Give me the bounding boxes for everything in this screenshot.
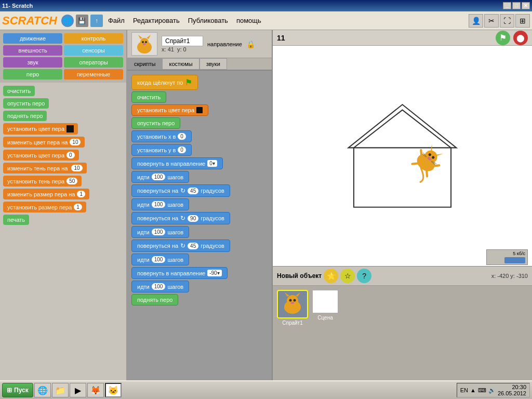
lang-indicator: EN: [460, 387, 468, 393]
sprite-thumb-scene: [312, 290, 338, 313]
stage-header: 11 ⚑ ⬤: [273, 30, 532, 46]
keyboard-icon: ⌨: [478, 387, 486, 394]
stop-button[interactable]: ⬤: [513, 31, 528, 45]
script-set-pen-color[interactable]: установить цвет пера: [131, 104, 208, 116]
taskbar-folder-btn[interactable]: 📁: [52, 383, 69, 397]
green-flag-button[interactable]: ⚑: [496, 31, 510, 45]
svg-line-19: [424, 170, 430, 177]
script-turn-45-1[interactable]: повернуться на ↻ 45 градусов: [131, 184, 230, 197]
share-icon[interactable]: ↑: [90, 15, 103, 27]
tab-scripts[interactable]: скрипты: [127, 58, 162, 70]
network-indicator: 5 кб/с: [486, 249, 528, 265]
stage-bottom: Новый объект ⭐ ☆ ? x: -420 y: -310: [273, 266, 532, 380]
script-point-dir-2[interactable]: повернуть в направление -90▾: [131, 267, 228, 279]
script-turn-45-2[interactable]: повернуться на ↻ 45 градусов: [131, 240, 230, 252]
sprite-item-sprite1[interactable]: Спрайт1: [277, 290, 308, 376]
blocks-panel: движение контроль внешность сенсоры звук…: [0, 30, 127, 380]
volume-icon: 🔊: [488, 387, 496, 394]
coords-display: x: -420 y: -310: [491, 273, 528, 279]
block-pen-down[interactable]: опустить перо: [3, 98, 49, 109]
block-set-pen-shade[interactable]: установить тень пера 50: [3, 176, 82, 187]
block-clear[interactable]: очистить: [3, 86, 35, 96]
block-set-pen-size[interactable]: установить размер пера 1: [3, 202, 86, 212]
block-pen-up[interactable]: поднять перо: [3, 111, 47, 121]
system-tray: EN ▲ ⌨ 🔊 20:30 26.05.2012: [457, 383, 530, 397]
cat-variables[interactable]: переменные: [64, 69, 123, 79]
language-button[interactable]: 🌐: [61, 15, 74, 27]
sprite-label-sprite1: Спрайт1: [282, 320, 303, 326]
block-change-pen-color[interactable]: изменить цвет пера на 10: [3, 137, 85, 148]
script-move-2[interactable]: идти 100 шагов: [131, 198, 189, 210]
svg-marker-3: [147, 35, 151, 39]
svg-point-30: [291, 302, 295, 304]
new-sprite-file-btn[interactable]: ?: [357, 269, 371, 283]
taskbar-firefox-btn[interactable]: 🦊: [87, 383, 104, 397]
script-move-3[interactable]: идти 100 шагов: [131, 226, 189, 238]
taskbar-scratch-btn[interactable]: 🐱: [105, 383, 122, 397]
taskbar-ie-btn[interactable]: 🌐: [34, 383, 51, 397]
sprite-header: Спрайт1 x: 41 y: 0 направление 🔒: [127, 30, 272, 58]
menu-help[interactable]: помощь: [233, 16, 264, 25]
window-controls[interactable]: _ □ ✕: [503, 2, 530, 9]
svg-point-4: [142, 41, 144, 43]
script-move-4[interactable]: идти 100 шагов: [131, 254, 189, 265]
script-move-5[interactable]: идти 100 шагов: [131, 281, 189, 292]
tab-sounds[interactable]: звуки: [200, 58, 227, 70]
script-when-flag[interactable]: когда щёлкнут по ⚑: [131, 75, 198, 90]
new-sprite-paint-btn[interactable]: ⭐: [324, 269, 338, 283]
taskbar-media-btn[interactable]: ▶: [70, 383, 86, 397]
stage-canvas: [273, 46, 532, 266]
svg-marker-8: [349, 104, 457, 148]
toolbar: 👤 ✂ ⛶ ⊞: [469, 14, 530, 28]
cat-operators[interactable]: операторы: [64, 57, 123, 68]
sprite-item-scene[interactable]: Сцена: [312, 290, 338, 376]
lock-icon[interactable]: 🔒: [246, 40, 255, 48]
toolbar-expand-icon[interactable]: ⛶: [500, 14, 514, 28]
cat-pen[interactable]: перо: [3, 69, 62, 79]
toolbar-person-icon[interactable]: 👤: [469, 14, 483, 28]
minimize-button[interactable]: _: [503, 2, 511, 9]
clock-date: 26.05.2012: [498, 390, 526, 396]
start-button[interactable]: ⊞ Пуск: [2, 383, 33, 397]
cat-sensing[interactable]: сенсоры: [64, 45, 123, 56]
stage-number: 11: [277, 34, 285, 42]
network-speed: 5 кб/с: [513, 251, 525, 256]
taskbar: ⊞ Пуск 🌐 📁 ▶ 🦊 🐱 EN ▲ ⌨ 🔊 20:30 26.05.20…: [0, 380, 532, 399]
tab-costumes[interactable]: костюмы: [162, 58, 199, 70]
menu-edit[interactable]: Редактировать: [130, 16, 183, 25]
block-change-pen-size[interactable]: изменить размер пера на 1: [3, 189, 89, 200]
maximize-button[interactable]: □: [512, 2, 521, 9]
scripts-area: когда щёлкнут по ⚑ очистить установить ц…: [127, 71, 272, 380]
toolbar-scissors-icon[interactable]: ✂: [484, 14, 499, 28]
script-pen-up[interactable]: поднять перо: [131, 294, 178, 305]
script-set-y[interactable]: установить у в 0: [131, 144, 192, 156]
script-pen-down[interactable]: опустить перо: [131, 117, 180, 129]
new-sprite-random-btn[interactable]: ☆: [340, 269, 355, 283]
stage-panel: 11 ⚑ ⬤: [273, 30, 532, 380]
close-button[interactable]: ✕: [522, 2, 530, 9]
cat-sound[interactable]: звук: [3, 57, 62, 68]
block-set-pen-color[interactable]: установить цвет пера: [3, 123, 78, 135]
script-set-x[interactable]: установить х в 0: [131, 130, 192, 142]
cat-control[interactable]: контроль: [64, 33, 123, 44]
start-label: Пуск: [14, 387, 29, 394]
stage-controls: ⚑ ⬤: [496, 31, 528, 45]
script-turn-90[interactable]: повернуться на ↻ 90 градусов: [131, 212, 230, 224]
save-icon[interactable]: 💾: [76, 15, 88, 27]
cat-motion[interactable]: движение: [3, 33, 62, 44]
script-clear[interactable]: очистить: [131, 91, 166, 103]
menu-publish[interactable]: Публиковать: [185, 16, 231, 25]
toolbar-grid-icon[interactable]: ⊞: [515, 14, 530, 28]
script-point-dir-1[interactable]: повернуть в направление 0▾: [131, 157, 223, 169]
arrow-up: ▲: [470, 387, 476, 393]
svg-point-25: [287, 295, 298, 307]
block-set-pen-color-num[interactable]: установить цвет пера 0: [3, 150, 79, 161]
block-stamp[interactable]: печать: [3, 215, 29, 225]
block-change-pen-shade[interactable]: изменить тень пера на 10: [3, 163, 87, 174]
clock: 20:30 26.05.2012: [498, 384, 526, 396]
sprite-name-input[interactable]: Спрайт1: [162, 36, 203, 46]
sprite-thumbnail: [131, 32, 157, 56]
cat-looks[interactable]: внешность: [3, 45, 62, 56]
menu-file[interactable]: Файл: [105, 16, 128, 25]
script-move-1[interactable]: идти 100 шагов: [131, 171, 189, 183]
